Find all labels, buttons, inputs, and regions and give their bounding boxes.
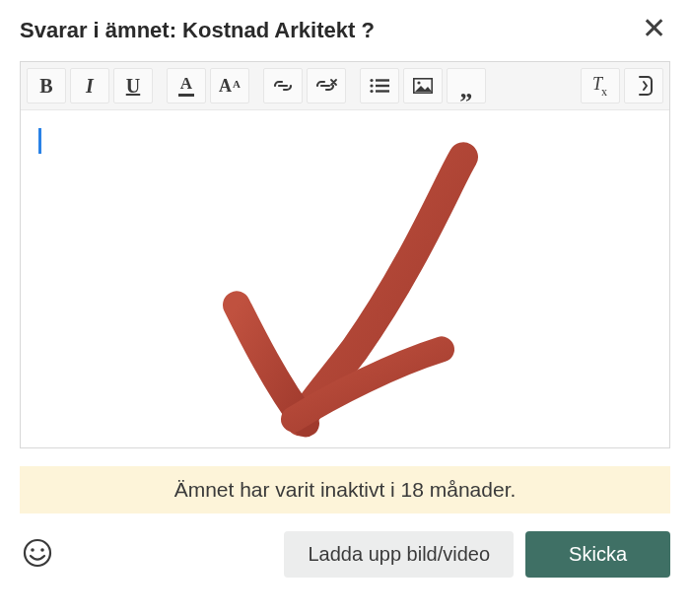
quote-button[interactable]: „ xyxy=(447,68,486,103)
expand-icon xyxy=(635,76,653,96)
inactivity-notice-text: Ämnet har varit inaktivt i 18 månader. xyxy=(174,478,517,501)
clear-format-button[interactable]: Tx xyxy=(581,68,620,103)
drawn-arrow xyxy=(168,127,522,443)
inactivity-notice: Ämnet har varit inaktivt i 18 månader. xyxy=(20,466,670,513)
upload-button[interactable]: Ladda upp bild/video xyxy=(284,531,514,578)
svg-point-4 xyxy=(370,90,373,93)
clear-format-icon: Tx xyxy=(592,74,608,99)
list-icon xyxy=(370,78,389,94)
close-icon: ✕ xyxy=(642,12,666,44)
underline-button[interactable]: U xyxy=(113,68,153,103)
bold-button[interactable]: B xyxy=(27,68,66,103)
editor-textarea[interactable] xyxy=(21,110,669,447)
font-size-icon: AA xyxy=(219,76,241,97)
header: Svarar i ämnet: Kostnad Arkitekt ? ✕ xyxy=(20,18,670,43)
quote-icon: „ xyxy=(460,85,473,95)
svg-point-2 xyxy=(370,84,373,87)
svg-point-7 xyxy=(417,81,420,84)
svg-point-9 xyxy=(31,548,34,552)
editor: B I U A AA xyxy=(20,61,670,448)
bold-icon: B xyxy=(39,75,52,98)
close-button[interactable]: ✕ xyxy=(638,18,670,39)
link-button[interactable] xyxy=(263,68,303,103)
font-size-button[interactable]: AA xyxy=(210,68,249,103)
editor-toolbar: B I U A AA xyxy=(21,62,669,110)
image-button[interactable] xyxy=(403,68,443,103)
svg-point-0 xyxy=(370,79,373,82)
italic-button[interactable]: I xyxy=(70,68,109,103)
unlink-icon xyxy=(314,78,338,94)
svg-point-10 xyxy=(40,548,44,552)
underline-icon: U xyxy=(126,75,140,98)
text-cursor xyxy=(38,128,41,154)
italic-icon: I xyxy=(86,75,94,98)
link-icon xyxy=(272,79,294,93)
svg-point-8 xyxy=(25,540,50,566)
page-title: Svarar i ämnet: Kostnad Arkitekt ? xyxy=(20,18,375,43)
emoji-button[interactable] xyxy=(20,537,55,573)
text-color-icon: A xyxy=(178,75,194,97)
smiley-icon xyxy=(22,537,53,569)
svg-rect-1 xyxy=(376,79,389,81)
image-icon xyxy=(413,78,433,94)
svg-rect-3 xyxy=(376,85,389,87)
text-color-button[interactable]: A xyxy=(167,68,206,103)
unlink-button[interactable] xyxy=(307,68,346,103)
send-button[interactable]: Skicka xyxy=(525,531,670,578)
svg-rect-5 xyxy=(376,90,389,92)
list-button[interactable] xyxy=(360,68,399,103)
footer: Ladda upp bild/video Skicka xyxy=(20,531,670,578)
fullscreen-button[interactable] xyxy=(624,68,663,103)
